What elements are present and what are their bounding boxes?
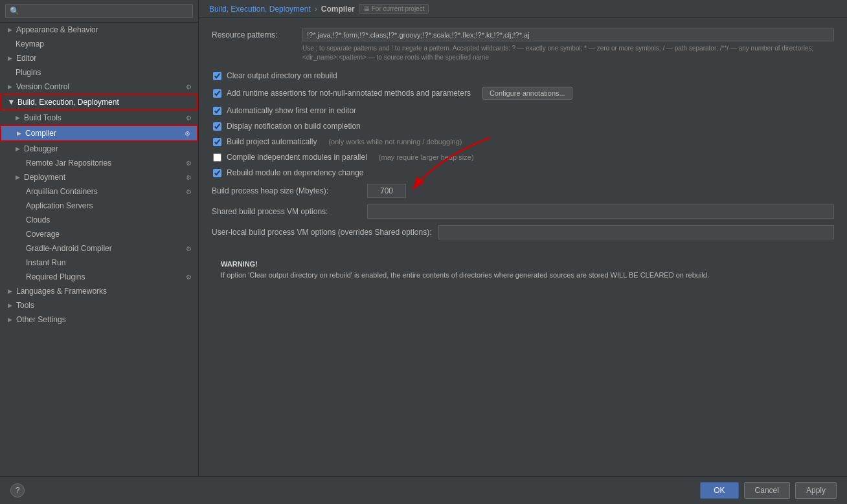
- arrow-icon: ▶: [8, 83, 12, 90]
- ok-button[interactable]: OK: [700, 482, 738, 499]
- sidebar-item-languages[interactable]: ▶ Languages & Frameworks: [0, 284, 198, 298]
- shared-vm-label: Shared build process VM options:: [212, 207, 361, 216]
- sidebar-item-plugins[interactable]: Plugins: [0, 65, 198, 80]
- sidebar-item-label: Deployment: [24, 173, 65, 182]
- sidebar-item-label: Required Plugins: [26, 272, 85, 281]
- sidebar-item-arquillian[interactable]: Arquillian Containers ⚙: [0, 184, 198, 199]
- checkbox-row-add-runtime: Add runtime assertions for not-null-anno…: [212, 87, 834, 100]
- settings-icon: ⚙: [184, 113, 193, 122]
- sidebar-item-label: Build Tools: [24, 113, 62, 122]
- sidebar-item-label: Gradle-Android Compiler: [26, 244, 112, 253]
- arrow-icon: ▶: [16, 174, 20, 181]
- sidebar-item-debugger[interactable]: ▶ Debugger: [0, 142, 198, 156]
- compile-parallel-checkbox[interactable]: [213, 153, 221, 162]
- apply-button[interactable]: Apply: [795, 482, 837, 499]
- rebuild-dep-checkbox[interactable]: [213, 169, 221, 177]
- warning-title: WARNING!: [221, 260, 258, 268]
- shared-vm-row: Shared build process VM options:: [212, 204, 834, 219]
- checkbox-row-display-notif: Display notification on build completion: [212, 122, 834, 131]
- bottom-bar: ? OK Cancel Apply: [0, 476, 847, 504]
- help-button[interactable]: ?: [10, 483, 25, 498]
- sidebar-item-keymap[interactable]: Keymap: [0, 37, 198, 51]
- resource-input-wrap: Use ; to separate patterns and ! to nega…: [302, 28, 834, 62]
- cancel-button[interactable]: Cancel: [744, 482, 790, 499]
- sidebar-item-appearance[interactable]: ▶ Appearance & Behavior: [0, 23, 198, 37]
- sidebar-item-build-tools[interactable]: ▶ Build Tools ⚙: [0, 111, 198, 125]
- settings-icon: ⚙: [184, 244, 193, 253]
- build-auto-checkbox[interactable]: [213, 138, 221, 146]
- sidebar-item-label: Arquillian Containers: [26, 187, 98, 196]
- sidebar-item-label: Clouds: [26, 215, 50, 225]
- auto-show-error-label: Automatically show first error in editor: [227, 106, 356, 115]
- sidebar: ▶ Appearance & Behavior Keymap ▶ Editor …: [0, 0, 199, 476]
- checkbox-row-build-auto: Build project automatically (only works …: [212, 137, 834, 146]
- arrow-icon: ▶: [8, 288, 12, 294]
- sidebar-item-required-plugins[interactable]: Required Plugins ⚙: [0, 270, 198, 284]
- arrow-icon: ▶: [16, 146, 20, 152]
- checkbox-row-compile-parallel: Compile independent modules in parallel …: [212, 153, 834, 162]
- auto-show-error-checkbox[interactable]: [213, 107, 221, 115]
- sidebar-item-label: Remote Jar Repositories: [26, 159, 111, 168]
- sidebar-item-deployment[interactable]: ▶ Deployment ⚙: [0, 170, 198, 184]
- sidebar-item-tools[interactable]: ▶ Tools: [0, 298, 198, 312]
- breadcrumb: Build, Execution, Deployment › Compiler …: [199, 0, 847, 18]
- breadcrumb-separator: ›: [315, 5, 317, 14]
- sidebar-item-coverage[interactable]: Coverage: [0, 227, 198, 241]
- settings-icon: ⚙: [184, 173, 193, 182]
- sidebar-item-label: Editor: [16, 54, 36, 63]
- sidebar-item-label: Other Settings: [16, 315, 66, 324]
- add-runtime-label: Add runtime assertions for not-null-anno…: [227, 89, 471, 98]
- project-tag: 🖥 For current project: [359, 4, 429, 14]
- sidebar-item-other-settings[interactable]: ▶ Other Settings: [0, 312, 198, 327]
- clear-output-label: Clear output directory on rebuild: [227, 71, 337, 80]
- compile-parallel-note: (may require larger heap size): [379, 153, 474, 161]
- resource-patterns-row: Resource patterns: Use ; to separate pat…: [212, 28, 834, 62]
- breadcrumb-parent[interactable]: Build, Execution, Deployment: [209, 5, 311, 14]
- sidebar-item-instant-run[interactable]: Instant Run: [0, 256, 198, 270]
- resource-patterns-input[interactable]: [302, 28, 834, 41]
- sidebar-item-label: Instant Run: [26, 258, 65, 267]
- configure-annotations-button[interactable]: Configure annotations...: [482, 87, 572, 100]
- settings-icon: ⚙: [184, 272, 193, 281]
- sidebar-item-version-control[interactable]: ▶ Version Control ⚙: [0, 80, 198, 94]
- project-tag-label: For current project: [372, 5, 425, 12]
- add-runtime-checkbox[interactable]: [213, 89, 221, 98]
- settings-icon: ⚙: [183, 129, 192, 138]
- heap-size-input[interactable]: [367, 184, 406, 198]
- build-auto-label: Build project automatically: [227, 137, 317, 146]
- sidebar-item-label: Tools: [16, 301, 34, 310]
- breadcrumb-current: Compiler: [321, 5, 355, 14]
- build-auto-note: (only works while not running / debuggin…: [328, 138, 462, 146]
- settings-icon: ⚙: [184, 187, 193, 196]
- warning-text: If option 'Clear output directory on reb…: [221, 271, 709, 279]
- content-area: Resource patterns: Use ; to separate pat…: [199, 18, 847, 476]
- sidebar-item-remote-jar[interactable]: Remote Jar Repositories ⚙: [0, 156, 198, 170]
- sidebar-item-label: Keymap: [16, 39, 44, 49]
- arrow-icon: ▶: [8, 302, 12, 309]
- shared-vm-input[interactable]: [367, 204, 834, 219]
- arrow-open-icon: ▶: [8, 100, 15, 105]
- search-input[interactable]: [5, 4, 193, 18]
- sidebar-item-gradle-android[interactable]: Gradle-Android Compiler ⚙: [0, 241, 198, 256]
- clear-output-checkbox[interactable]: [213, 72, 221, 80]
- sidebar-item-label: Plugins: [16, 68, 41, 77]
- sidebar-item-editor[interactable]: ▶ Editor: [0, 51, 198, 65]
- sidebar-item-label: Debugger: [24, 144, 58, 153]
- sidebar-item-label: Application Servers: [26, 201, 93, 210]
- sidebar-item-clouds[interactable]: Clouds: [0, 213, 198, 227]
- sidebar-item-compiler[interactable]: ▶ Compiler ⚙: [0, 125, 198, 142]
- user-vm-input[interactable]: [438, 225, 835, 239]
- settings-icon: ⚙: [184, 82, 193, 91]
- display-notif-checkbox[interactable]: [213, 122, 221, 131]
- project-icon: 🖥: [363, 5, 370, 12]
- sidebar-item-app-servers[interactable]: Application Servers: [0, 199, 198, 213]
- checkbox-row-auto-show: Automatically show first error in editor: [212, 106, 834, 115]
- sidebar-item-build-exec[interactable]: ▶ Build, Execution, Deployment: [0, 94, 198, 111]
- main-content: Build, Execution, Deployment › Compiler …: [199, 0, 847, 476]
- rebuild-dep-label: Rebuild module on dependency change: [227, 168, 364, 177]
- heap-size-label: Build process heap size (Mbytes):: [212, 186, 361, 195]
- warning-box: WARNING! If option 'Clear output directo…: [212, 252, 834, 287]
- search-bar: [0, 0, 198, 23]
- sidebar-item-label: Compiler: [25, 129, 56, 138]
- sidebar-item-label: Coverage: [26, 230, 60, 239]
